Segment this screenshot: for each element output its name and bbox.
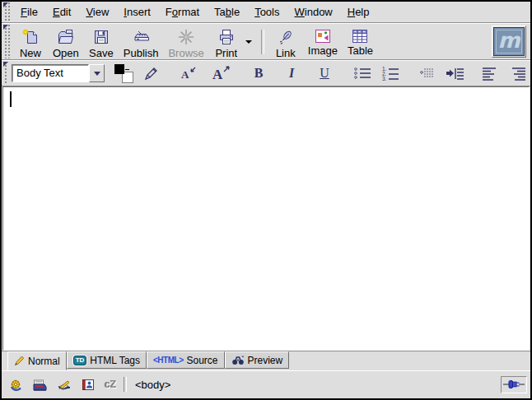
publish-icon (131, 28, 151, 46)
print-button[interactable]: Print (209, 26, 244, 58)
tab-html-tags-label: HTML Tags (90, 355, 140, 366)
italic-button[interactable]: I (280, 63, 303, 84)
align-right-button[interactable] (507, 63, 530, 84)
address-book-icon (82, 379, 95, 391)
address-book-button[interactable] (82, 379, 95, 391)
chatzilla-icon: cZ (105, 379, 116, 390)
paragraph-format-value: Body Text (12, 64, 89, 82)
mozilla-throbber[interactable]: m (492, 26, 526, 58)
composer-button[interactable] (57, 379, 72, 391)
table-button[interactable]: Table (343, 26, 378, 58)
decrease-font-icon: A (178, 65, 198, 81)
link-button-label: Link (276, 47, 296, 59)
chevron-down-icon (94, 72, 100, 76)
tab-preview[interactable]: Preview (225, 351, 290, 369)
tab-normal[interactable]: Normal (7, 351, 67, 370)
open-button[interactable]: Open (48, 26, 84, 58)
menu-file[interactable]: File (13, 3, 45, 21)
chatzilla-button[interactable]: cZ (105, 379, 116, 390)
outdent-button[interactable] (413, 63, 436, 84)
status-bar: cZ <body> (2, 370, 530, 398)
svg-text:A: A (212, 67, 223, 82)
publish-button-label: Publish (124, 47, 159, 59)
navigator-button[interactable] (9, 379, 23, 391)
increase-font-button[interactable]: A (209, 63, 232, 84)
tab-source[interactable]: <HTML> Source (147, 351, 224, 369)
numbered-list-icon: 1. 2. 3. (380, 65, 400, 81)
publish-button[interactable]: Publish (119, 26, 164, 58)
composer-icon (57, 379, 72, 391)
toolbar-grippy[interactable] (3, 25, 11, 58)
menu-view[interactable]: View (78, 3, 116, 21)
highlight-pen-icon (142, 65, 161, 81)
printer-icon (217, 28, 236, 46)
toolbar-separator (261, 30, 264, 54)
bulleted-list-button[interactable] (351, 63, 374, 84)
menu-table[interactable]: Table (207, 3, 247, 21)
element-path[interactable]: <body> (135, 379, 170, 391)
preview-binoculars-icon (231, 355, 245, 365)
link-button[interactable]: Link (268, 26, 303, 58)
text-color-well[interactable] (114, 64, 124, 74)
browse-button: Browse (163, 26, 208, 58)
tab-html-tags[interactable]: TD HTML Tags (67, 351, 147, 369)
html-source-icon: <HTML> (153, 356, 183, 365)
svg-text:3.: 3. (382, 76, 387, 81)
increase-font-icon: A (210, 64, 231, 82)
menu-tools[interactable]: Tools (247, 3, 287, 21)
component-bar: cZ (4, 373, 124, 396)
paragraph-format-dropdown-button[interactable] (89, 64, 105, 82)
menu-bar: File Edit View Insert Format Table Tools… (2, 2, 530, 23)
save-button-label: Save (89, 47, 114, 59)
element-path-panel: <body> (128, 377, 501, 393)
image-button[interactable]: Image (303, 26, 343, 58)
new-button-label: New (20, 47, 41, 59)
online-status-panel[interactable] (501, 376, 527, 393)
open-button-label: Open (53, 47, 79, 59)
menu-insert[interactable]: Insert (116, 3, 158, 21)
bulleted-list-icon (352, 65, 372, 81)
tab-normal-label: Normal (28, 356, 60, 367)
menubar-grippy[interactable] (3, 2, 11, 21)
link-icon (277, 28, 295, 46)
text-color-picker[interactable] (114, 64, 125, 82)
mozilla-m-logo: m (497, 30, 520, 51)
menu-window[interactable]: Window (287, 3, 340, 21)
indent-button[interactable] (443, 63, 466, 84)
editor-canvas[interactable] (2, 86, 530, 351)
svg-text:A: A (181, 68, 189, 81)
menu-format[interactable]: Format (158, 3, 207, 21)
pen-icon (14, 356, 25, 366)
navigator-icon (9, 379, 23, 391)
decrease-font-button[interactable]: A (176, 63, 199, 84)
td-tag-icon: TD (73, 356, 87, 365)
save-floppy-icon (92, 28, 110, 46)
mail-button[interactable] (33, 379, 47, 391)
paragraph-format-select[interactable]: Body Text (12, 64, 105, 82)
numbered-list-button[interactable]: 1. 2. 3. (379, 63, 402, 84)
new-button[interactable]: New (13, 26, 48, 58)
new-page-icon (21, 28, 40, 46)
text-cursor (10, 91, 12, 107)
align-left-button[interactable] (478, 63, 501, 84)
tab-preview-label: Preview (248, 355, 283, 366)
menu-help[interactable]: Help (340, 3, 377, 21)
online-plug-icon (503, 379, 525, 389)
image-button-label: Image (308, 44, 338, 57)
format-toolbar: Body Text A A B I U (2, 60, 530, 86)
open-folder-icon (57, 28, 75, 46)
browse-sparkle-icon (177, 28, 195, 46)
align-left-icon (480, 65, 498, 81)
edit-mode-tabbar: Normal TD HTML Tags <HTML> Source Previe… (2, 351, 530, 370)
menu-edit[interactable]: Edit (45, 3, 78, 21)
underline-button[interactable]: U (313, 63, 336, 84)
browse-button-label: Browse (168, 47, 203, 59)
highlight-button[interactable] (140, 63, 163, 84)
format-toolbar-grippy[interactable] (3, 62, 7, 85)
bold-button[interactable]: B (247, 63, 270, 84)
print-dropdown-arrow[interactable] (245, 40, 252, 44)
print-button-label: Print (215, 47, 237, 59)
indent-icon (445, 65, 464, 81)
save-button[interactable]: Save (84, 26, 119, 58)
mail-icon (33, 379, 47, 391)
